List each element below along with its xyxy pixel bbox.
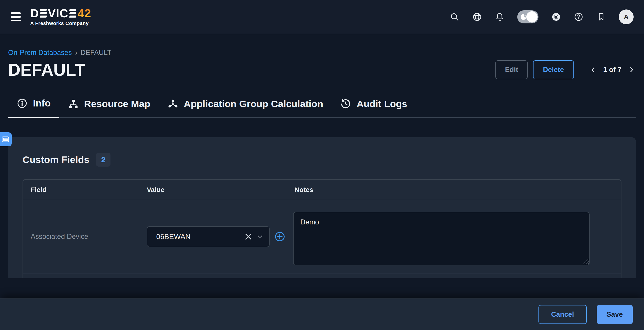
custom-fields-header: Custom Fields 2 <box>22 137 622 166</box>
add-device-button[interactable] <box>275 231 285 242</box>
plus-circle-icon <box>275 231 285 242</box>
pager-prev-icon[interactable] <box>589 65 598 74</box>
logo-subtitle: A Freshworks Company <box>30 20 91 26</box>
notifications-bell-icon[interactable] <box>495 12 505 22</box>
logo-letter: D <box>30 7 39 19</box>
avatar-initial: A <box>624 13 629 21</box>
delete-button[interactable]: Delete <box>533 60 574 79</box>
record-pager: 1 of 7 <box>589 65 636 74</box>
associated-device-select[interactable]: 06BEWAN <box>147 226 270 247</box>
clipped-next-row <box>23 274 621 278</box>
custom-fields-table: Field Value Notes Associated Device 06BE… <box>22 179 622 278</box>
page-title: DEFAULT <box>8 59 85 80</box>
logo-wordmark: D VIC 42 <box>30 7 91 19</box>
pager-label: 1 of 7 <box>603 66 622 74</box>
value-cell: 06BEWAN <box>139 200 287 273</box>
main-content: On-Prem Databases › DEFAULT DEFAULT Edit… <box>0 49 644 278</box>
tab-info[interactable]: Info <box>8 98 59 118</box>
tab-label: Audit Logs <box>356 98 407 109</box>
cancel-button[interactable]: Cancel <box>538 305 587 324</box>
footer-action-bar: Cancel Save <box>0 299 644 330</box>
column-header-notes: Notes <box>287 186 621 194</box>
edit-button[interactable]: Edit <box>496 60 528 79</box>
hamburger-menu-icon[interactable] <box>10 11 21 23</box>
chevron-down-icon[interactable] <box>256 233 263 240</box>
column-header-value: Value <box>139 186 287 194</box>
search-icon[interactable] <box>450 12 460 22</box>
column-header-field: Field <box>23 186 139 194</box>
topbar-actions: A <box>450 9 634 24</box>
device42-app: D VIC 42 A Freshworks Company <box>0 0 644 330</box>
notes-field-wrap: Demo <box>293 212 590 265</box>
breadcrumb: On-Prem Databases › DEFAULT <box>8 49 636 56</box>
custom-fields-title: Custom Fields <box>22 154 89 165</box>
tab-label: Resource Map <box>84 98 150 109</box>
app-group-molecule-icon <box>168 99 178 109</box>
notes-textarea[interactable]: Demo <box>293 212 590 265</box>
scroll-viewport: Custom Fields 2 Field Value Notes Associ… <box>8 137 636 278</box>
logo-number: 42 <box>78 7 91 19</box>
tab-label: Info <box>33 98 51 109</box>
tab-resource-map[interactable]: Resource Map <box>59 98 159 118</box>
theme-toggle[interactable] <box>517 10 538 23</box>
list-icon <box>1 135 10 144</box>
breadcrumb-current: DEFAULT <box>80 49 112 56</box>
tab-application-group-calculation[interactable]: Application Group Calculation <box>159 98 332 118</box>
info-icon <box>17 98 28 109</box>
logo-letter-e-icon <box>40 9 47 17</box>
page-header: DEFAULT Edit Delete 1 of 7 <box>8 59 636 80</box>
pager-next-icon[interactable] <box>627 65 636 74</box>
sitemap-icon <box>68 99 79 109</box>
custom-fields-card: Custom Fields 2 Field Value Notes Associ… <box>8 137 636 278</box>
tab-bar: Info Resource Map App <box>8 98 636 118</box>
field-label: Associated Device <box>23 200 139 273</box>
custom-fields-count-badge: 2 <box>96 153 110 166</box>
breadcrumb-separator: › <box>75 49 77 56</box>
device42-logo[interactable]: D VIC 42 A Freshworks Company <box>30 7 91 26</box>
settings-gear-icon[interactable] <box>551 12 561 22</box>
bookmark-icon[interactable] <box>596 12 606 22</box>
select-value: 06BEWAN <box>156 233 245 241</box>
logo-letter-e-icon <box>70 9 76 17</box>
clear-selection-icon[interactable] <box>245 233 252 240</box>
globe-icon[interactable] <box>472 12 482 22</box>
history-clock-icon <box>340 99 351 109</box>
tab-audit-logs[interactable]: Audit Logs <box>332 98 416 118</box>
table-header-row: Field Value Notes <box>23 180 621 200</box>
notes-cell: Demo <box>287 200 621 273</box>
table-row: Associated Device 06BEWAN <box>23 200 621 274</box>
section-list-toggle-button[interactable] <box>0 132 12 146</box>
tab-label: Application Group Calculation <box>184 98 323 109</box>
toggle-knob <box>526 11 538 22</box>
breadcrumb-parent-link[interactable]: On-Prem Databases <box>8 49 72 56</box>
topbar: D VIC 42 A Freshworks Company <box>0 0 644 34</box>
logo-letters: VIC <box>48 7 68 19</box>
save-button[interactable]: Save <box>597 305 633 324</box>
user-avatar[interactable]: A <box>619 9 634 24</box>
brand-area: D VIC 42 A Freshworks Company <box>10 7 91 26</box>
help-icon[interactable] <box>574 12 584 22</box>
header-actions: Edit Delete 1 of 7 <box>496 60 636 79</box>
